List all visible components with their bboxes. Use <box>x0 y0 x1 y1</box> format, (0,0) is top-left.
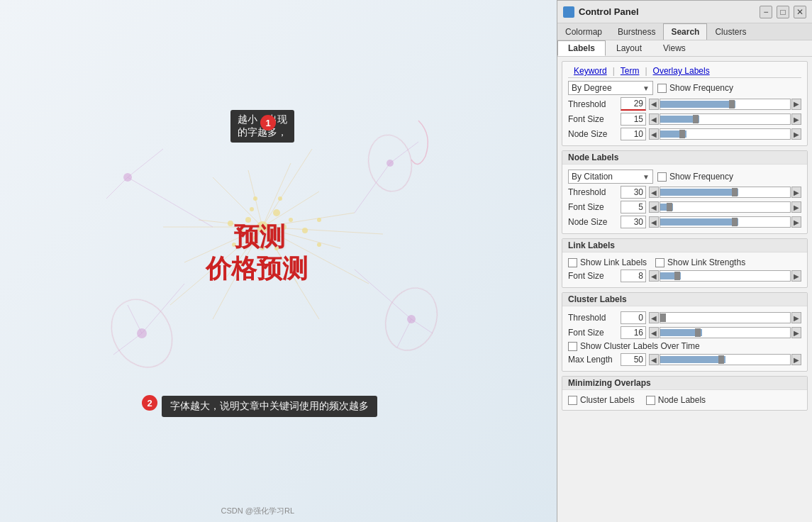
show-frequency-keyword[interactable]: Show Frequency <box>657 83 733 93</box>
nodesize-input[interactable] <box>621 128 646 140</box>
tab-colormap[interactable]: Colormap <box>557 23 610 40</box>
node-nodesize-row: Node Size ◀ ▶ <box>568 216 801 228</box>
tab-search[interactable]: Search <box>663 23 707 40</box>
node-fontsize-slider[interactable]: ◀ ▶ <box>649 201 801 213</box>
svg-line-27 <box>397 319 411 348</box>
svg-point-37 <box>250 207 254 211</box>
subtab-views[interactable]: Views <box>652 40 696 56</box>
cluster-fontsize-input[interactable] <box>621 326 646 339</box>
svg-point-47 <box>317 218 321 222</box>
main-tabs: Colormap Burstness Search Clusters <box>557 23 812 40</box>
node-nodesize-input[interactable] <box>621 216 646 228</box>
svg-point-49 <box>253 196 257 201</box>
overlaps-cluster-labels-check[interactable]: Cluster Labels <box>568 395 635 405</box>
node-labels-body: By Citation ▼ Show Frequency Threshold ◀ <box>562 165 807 233</box>
minimizing-overlaps-header: Minimizing Overlaps <box>562 377 807 390</box>
close-button[interactable]: ✕ <box>794 6 806 18</box>
cluster-labels-section: Cluster Labels Threshold ◀ ▶ <box>562 292 808 372</box>
panel-content: Keyword | Term | Overlay Labels By Degre… <box>557 57 812 522</box>
cluster-threshold-slider[interactable]: ◀ ▶ <box>649 312 801 323</box>
slider-left-btn[interactable]: ◀ <box>649 99 659 110</box>
cluster-threshold-label: Threshold <box>568 313 618 323</box>
svg-point-48 <box>317 243 321 247</box>
nodesize-slider-right[interactable]: ▶ <box>791 128 801 140</box>
tab-burstness[interactable]: Burstness <box>610 23 663 40</box>
node-labels-header: Node Labels <box>562 151 807 165</box>
show-frequency-node[interactable]: Show Frequency <box>657 172 733 182</box>
fontsize-slider[interactable]: ◀ ▶ <box>649 113 801 125</box>
dropdown-arrow: ▼ <box>643 84 650 92</box>
node-labels-dropdown[interactable]: By Citation ▼ <box>568 170 653 184</box>
main-canvas: 预测 价格预测 越小，出现 的字越多， 1 字体越大，说明文章中关键词使用的频次… <box>0 0 557 522</box>
node-threshold-row: Threshold ◀ ▶ <box>568 186 801 199</box>
cluster-labels-header: Cluster Labels <box>562 293 807 306</box>
node-nodesize-label: Node Size <box>568 217 618 227</box>
threshold-slider[interactable]: ◀ ▶ <box>649 99 801 110</box>
link-fontsize-slider[interactable]: ◀ ▶ <box>649 270 801 282</box>
cluster-threshold-input[interactable] <box>621 311 646 324</box>
inner-tab-term[interactable]: Term <box>615 65 645 77</box>
nodesize-label: Node Size <box>568 129 618 139</box>
show-cluster-overtime-check[interactable]: Show Cluster Labels Over Time <box>568 341 700 351</box>
subtab-labels[interactable]: Labels <box>557 40 606 56</box>
cluster-fontsize-row: Font Size ◀ ▶ <box>568 326 801 339</box>
tooltip-annotation-2: 字体越大，说明文章中关键词使用的频次越多 <box>162 396 377 417</box>
cluster-fontsize-label: Font Size <box>568 328 618 338</box>
inner-tab-overlay[interactable]: Overlay Labels <box>647 65 716 77</box>
node-fontsize-row: Font Size ◀ ▶ <box>568 201 801 213</box>
show-link-labels-check[interactable]: Show Link Labels <box>568 257 647 267</box>
link-fontsize-input[interactable] <box>621 270 646 282</box>
svg-line-21 <box>390 142 418 163</box>
fontsize-input[interactable] <box>621 113 646 126</box>
node-fontsize-label: Font Size <box>568 202 618 212</box>
canvas-label-sub: 价格预测 <box>206 252 308 287</box>
nodesize-track[interactable] <box>660 128 791 140</box>
cluster-maxlength-slider[interactable]: ◀ ▶ <box>649 354 801 365</box>
svg-point-50 <box>278 196 282 201</box>
node-labels-dropdown-row: By Citation ▼ Show Frequency <box>568 170 801 184</box>
minimizing-overlaps-body: Cluster Labels Node Labels <box>562 390 807 410</box>
svg-point-44 <box>302 228 308 233</box>
panel-title: Control Panel <box>579 6 755 17</box>
show-cluster-over-time-row: Show Cluster Labels Over Time <box>568 341 801 351</box>
node-fontsize-input[interactable] <box>621 201 646 213</box>
keyword-fontsize-row: Font Size ◀ ▶ <box>568 113 801 126</box>
fontsize-slider-left[interactable]: ◀ <box>649 113 659 125</box>
node-threshold-input[interactable] <box>621 186 646 199</box>
show-frequency-keyword-checkbox[interactable] <box>657 84 667 93</box>
fontsize-slider-right[interactable]: ▶ <box>791 113 801 125</box>
canvas-label-main: 预测 <box>234 220 285 255</box>
svg-line-25 <box>355 270 411 319</box>
nodesize-slider[interactable]: ◀ ▶ <box>649 128 801 140</box>
node-threshold-label: Threshold <box>568 187 618 197</box>
link-labels-body: Show Link Labels Show Link Strengths Fon… <box>562 252 807 287</box>
inner-tab-keyword[interactable]: Keyword <box>568 65 613 77</box>
maximize-button[interactable]: □ <box>777 6 789 18</box>
sub-tabs: Labels Layout Views <box>557 40 812 57</box>
tab-clusters[interactable]: Clusters <box>707 23 754 40</box>
minimize-button[interactable]: − <box>760 6 772 18</box>
cluster-maxlength-label: Max Length <box>568 355 618 365</box>
cluster-maxlength-input[interactable] <box>621 353 646 366</box>
keyword-section: Keyword | Term | Overlay Labels By Degre… <box>562 61 808 146</box>
nodesize-slider-left[interactable]: ◀ <box>649 128 659 140</box>
slider-track[interactable] <box>660 99 791 110</box>
svg-line-18 <box>128 149 163 177</box>
show-link-strengths-check[interactable]: Show Link Strengths <box>655 257 745 267</box>
slider-right-btn[interactable]: ▶ <box>791 99 801 110</box>
node-dropdown-arrow: ▼ <box>643 173 650 181</box>
cluster-labels-body: Threshold ◀ ▶ Font Size <box>562 306 807 371</box>
svg-line-22 <box>142 284 184 333</box>
node-nodesize-slider[interactable]: ◀ ▶ <box>649 216 801 228</box>
panel-icon <box>563 6 574 18</box>
keyword-dropdown[interactable]: By Degree ▼ <box>568 81 653 95</box>
threshold-input[interactable] <box>621 97 646 111</box>
overlaps-node-labels-check[interactable]: Node Labels <box>646 395 706 405</box>
link-labels-section: Link Labels Show Link Labels Show Link S… <box>562 238 808 288</box>
svg-line-17 <box>128 177 213 227</box>
cluster-fontsize-slider[interactable]: ◀ ▶ <box>649 327 801 338</box>
show-frequency-node-checkbox[interactable] <box>657 172 667 182</box>
node-threshold-slider[interactable]: ◀ ▶ <box>649 187 801 198</box>
subtab-layout[interactable]: Layout <box>606 40 652 56</box>
fontsize-track[interactable] <box>660 113 791 125</box>
